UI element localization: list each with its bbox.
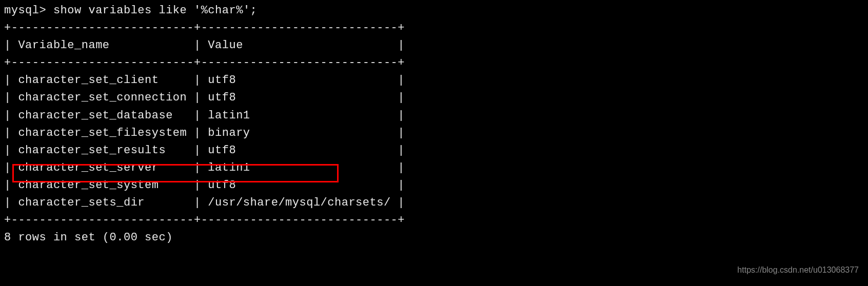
table-row: | character_set_results | utf8 | xyxy=(4,142,864,159)
table-row: | character_set_connection | utf8 | xyxy=(4,89,864,107)
table-row: | character_set_server | latin1 | xyxy=(4,159,864,177)
table-row: | character_set_client | utf8 | xyxy=(4,72,864,89)
result-footer: 8 rows in set (0.00 sec) xyxy=(4,229,864,247)
table-border-mid: +--------------------------+------------… xyxy=(4,54,864,72)
table-row: | character_sets_dir | /usr/share/mysql/… xyxy=(4,194,864,212)
table-row: | character_set_filesystem | binary | xyxy=(4,125,864,142)
command-line: mysql> show variables like '%char%'; xyxy=(4,2,864,19)
table-row: | character_set_system | utf8 | xyxy=(4,177,864,194)
table-border-bottom: +--------------------------+------------… xyxy=(4,212,864,229)
table-body: | character_set_client | utf8 || charact… xyxy=(4,72,864,212)
table-header-row: | Variable_name | Value | xyxy=(4,37,864,54)
table-row: | character_set_database | latin1 | xyxy=(4,107,864,125)
table-border-top: +--------------------------+------------… xyxy=(4,19,864,37)
sql-command: show variables like '%char%'; xyxy=(53,4,257,17)
watermark-text: https://blog.csdn.net/u013068377 xyxy=(737,264,859,277)
mysql-prompt: mysql> xyxy=(4,4,53,17)
